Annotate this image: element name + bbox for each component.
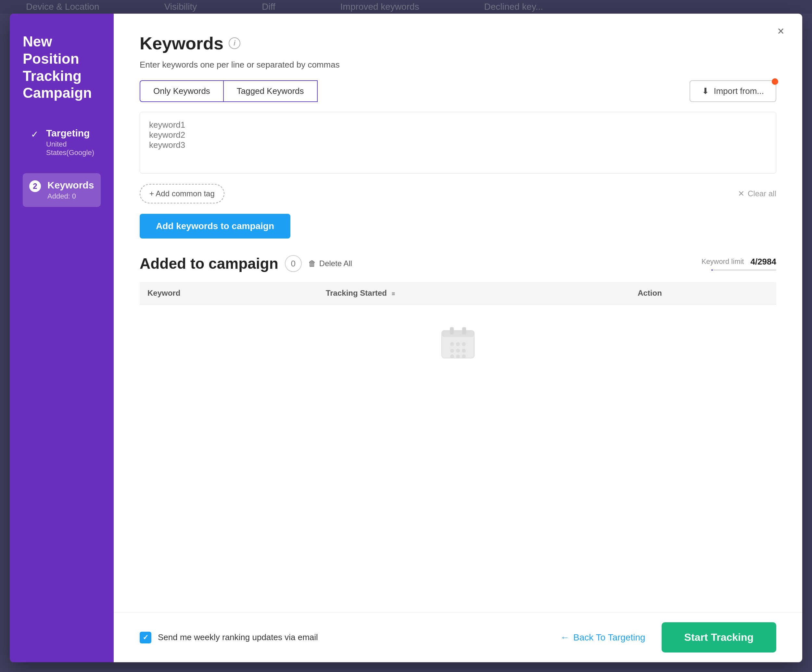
targeting-text: Targeting United States(Google) <box>46 128 94 157</box>
sidebar: New Position Tracking Campaign ✓ Targeti… <box>10 14 114 662</box>
tab-tagged-keywords[interactable]: Tagged Keywords <box>223 80 318 102</box>
delete-all-button[interactable]: 🗑 Delete All <box>308 259 352 268</box>
sidebar-item-keywords[interactable]: 2 Keywords Added: 0 <box>23 173 101 207</box>
added-title: Added to campaign <box>140 255 278 272</box>
keywords-table: Keyword Tracking Started ≡ Action <box>140 282 776 383</box>
section-title-text: Keywords <box>140 33 223 53</box>
sort-icon: ≡ <box>392 291 395 297</box>
main-content: × Keywords i Enter keywords one per line… <box>114 14 802 662</box>
empty-state-row <box>140 304 776 383</box>
keywords-text: Keywords Added: 0 <box>48 180 94 200</box>
footer-actions: ← Back To Targeting Start Tracking <box>560 622 776 653</box>
svg-point-7 <box>450 349 454 352</box>
empty-state-icon <box>438 324 478 363</box>
table-header-row: Keyword Tracking Started ≡ Action <box>140 282 776 304</box>
modal-footer: ✓ Send me weekly ranking updates via ema… <box>114 612 802 662</box>
svg-point-9 <box>462 349 466 352</box>
check-icon: ✓ <box>29 129 39 139</box>
keyword-limit-label: Keyword limit <box>701 257 744 266</box>
delete-all-label: Delete All <box>319 259 352 268</box>
info-icon[interactable]: i <box>229 38 241 49</box>
close-button[interactable]: × <box>773 23 789 39</box>
content-area: Keywords i Enter keywords one per line o… <box>114 14 802 612</box>
sidebar-title: New Position Tracking Campaign <box>23 33 101 102</box>
svg-point-11 <box>456 354 460 358</box>
svg-point-6 <box>462 342 466 346</box>
col-keyword: Keyword <box>140 282 318 304</box>
email-checkbox[interactable]: ✓ <box>140 632 151 643</box>
keywords-sublabel: Added: 0 <box>48 192 94 200</box>
section-title-row: Keywords i <box>140 33 776 53</box>
keyword-limit-area: Keyword limit 4/2984 <box>701 257 776 271</box>
svg-point-8 <box>456 349 460 352</box>
textarea-actions: + Add common tag ✕ Clear all <box>140 184 776 203</box>
svg-point-5 <box>456 342 460 346</box>
added-count-badge: 0 <box>285 255 302 272</box>
email-checkbox-row: ✓ Send me weekly ranking updates via ema… <box>140 632 318 643</box>
download-icon: ⬇ <box>702 86 709 96</box>
svg-rect-1 <box>442 330 474 337</box>
back-btn-label: Back To Targeting <box>573 633 645 643</box>
svg-point-4 <box>450 342 454 346</box>
clear-all-button[interactable]: ✕ Clear all <box>738 189 776 198</box>
add-keywords-button[interactable]: Add keywords to campaign <box>140 214 290 239</box>
back-to-targeting-button[interactable]: ← Back To Targeting <box>560 633 645 643</box>
svg-point-10 <box>450 354 454 358</box>
keywords-label: Keywords <box>48 180 94 191</box>
keyword-input[interactable] <box>140 112 776 174</box>
clear-all-label: Clear all <box>748 189 776 198</box>
x-icon: ✕ <box>738 189 744 198</box>
checkmark-icon: ✓ <box>143 633 148 642</box>
tab-only-keywords[interactable]: Only Keywords <box>140 80 223 102</box>
keyword-limit-fill <box>711 269 713 271</box>
section-description: Enter keywords one per line or separated… <box>140 60 776 70</box>
targeting-sublabel: United States(Google) <box>46 140 94 157</box>
keyword-limit-value: 4/2984 <box>750 257 776 267</box>
modal: New Position Tracking Campaign ✓ Targeti… <box>10 14 802 662</box>
trash-icon: 🗑 <box>308 259 316 268</box>
import-notification-dot <box>772 78 778 85</box>
add-tag-button[interactable]: + Add common tag <box>140 184 224 203</box>
empty-state <box>140 304 776 383</box>
col-tracking-started[interactable]: Tracking Started ≡ <box>318 282 630 304</box>
targeting-label: Targeting <box>46 128 94 139</box>
import-button-label: Import from... <box>713 86 764 96</box>
limit-info-row: Keyword limit 4/2984 <box>701 257 776 267</box>
svg-rect-3 <box>462 327 466 334</box>
keywords-step-number: 2 <box>29 180 41 192</box>
email-checkbox-label: Send me weekly ranking updates via email <box>158 633 318 643</box>
import-button[interactable]: ⬇ Import from... <box>689 80 776 102</box>
keyword-limit-bar <box>711 269 776 271</box>
svg-point-12 <box>462 354 466 358</box>
col-action: Action <box>630 282 776 304</box>
empty-state-cell <box>140 304 776 383</box>
start-tracking-button[interactable]: Start Tracking <box>662 622 776 653</box>
table-body <box>140 304 776 383</box>
tab-row: Only Keywords Tagged Keywords ⬇ Import f… <box>140 80 776 102</box>
arrow-left-icon: ← <box>560 633 570 643</box>
sidebar-item-targeting[interactable]: ✓ Targeting United States(Google) <box>23 121 101 163</box>
added-section-header: Added to campaign 0 🗑 Delete All Keyword… <box>140 255 776 272</box>
svg-rect-2 <box>450 327 454 334</box>
